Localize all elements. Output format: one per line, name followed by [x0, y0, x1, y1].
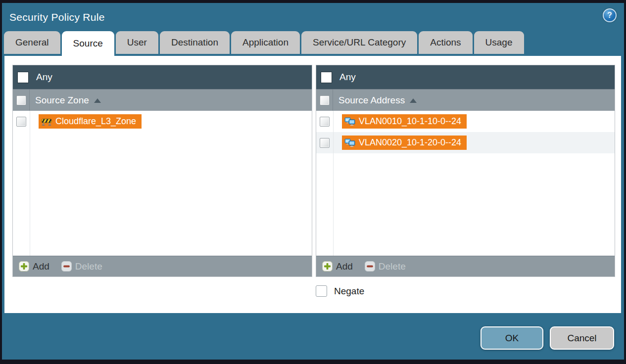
row-checkbox[interactable] [320, 138, 330, 148]
zone-chip[interactable]: Cloudflare_L3_Zone [39, 114, 142, 129]
source-address-column-label: Source Address [338, 95, 405, 106]
tab-user[interactable]: User [116, 31, 158, 54]
dialog-title: Security Policy Rule [9, 11, 105, 23]
add-button[interactable]: Add [322, 261, 353, 272]
tab-usage[interactable]: Usage [474, 31, 524, 54]
zone-icon [41, 117, 52, 126]
negate-label: Negate [334, 286, 364, 297]
negate-row: Negate [316, 285, 621, 297]
tab-usage-label: Usage [485, 37, 513, 48]
address-chip-label: VLAN0020_10-1-20-0--24 [359, 137, 461, 148]
source-zone-any-checkbox[interactable] [17, 72, 29, 83]
sort-ascending-icon [94, 98, 101, 103]
row-checkbox-cell [316, 117, 333, 127]
add-button-label: Add [336, 261, 353, 272]
source-zone-footer: Add Delete [13, 256, 312, 276]
tab-general-label: General [15, 37, 49, 48]
table-row[interactable]: VLAN0020_10-1-20-0--24 [316, 132, 615, 153]
zone-chip-label: Cloudflare_L3_Zone [55, 116, 136, 127]
source-address-column-header[interactable]: Source Address [316, 89, 615, 111]
delete-button-label: Delete [75, 261, 102, 272]
ok-button[interactable]: OK [481, 326, 543, 350]
tab-destination-label: Destination [171, 37, 218, 48]
security-policy-rule-dialog: Security Policy Rule ? General Source Us… [2, 3, 624, 360]
help-icon[interactable]: ? [603, 8, 617, 22]
source-zone-any-header: Any [13, 65, 312, 89]
row-checkbox-cell [316, 138, 333, 148]
row-checkbox-cell [13, 117, 30, 127]
source-zone-column-label: Source Zone [35, 95, 89, 106]
delete-icon [365, 261, 375, 272]
row-checkbox[interactable] [16, 117, 26, 127]
tab-source-label: Source [73, 38, 103, 49]
source-zone-column-header[interactable]: Source Zone [13, 89, 312, 111]
tab-actions-label: Actions [430, 37, 461, 48]
source-zone-list: Cloudflare_L3_Zone [13, 111, 312, 256]
panels: Any Source Zone [12, 65, 621, 277]
tab-service-url-category[interactable]: Service/URL Category [301, 31, 417, 54]
ok-button-label: OK [505, 333, 519, 344]
cancel-button[interactable]: Cancel [550, 326, 614, 350]
tab-user-label: User [127, 37, 147, 48]
tab-general[interactable]: General [4, 31, 60, 54]
source-address-any-label: Any [339, 72, 356, 83]
negate-checkbox[interactable] [316, 285, 327, 297]
tab-application-label: Application [242, 37, 289, 48]
delete-button[interactable]: Delete [61, 261, 102, 272]
row-checkbox[interactable] [320, 117, 330, 127]
tab-application[interactable]: Application [231, 31, 300, 54]
table-row[interactable]: VLAN0010_10-1-10-0--24 [316, 111, 615, 132]
address-chip[interactable]: VLAN0020_10-1-20-0--24 [342, 136, 467, 150]
address-icon [344, 117, 355, 126]
source-address-select-all-cell [316, 90, 333, 111]
source-address-panel: Any Source Address [316, 65, 615, 277]
tab-bar: General Source User Destination Applicat… [2, 31, 624, 56]
delete-button[interactable]: Delete [365, 261, 406, 272]
sort-ascending-icon [410, 98, 417, 103]
source-address-footer: Add Delete [316, 256, 615, 276]
source-zone-select-all-cell [13, 90, 30, 111]
tab-source[interactable]: Source [62, 31, 114, 56]
delete-icon [61, 261, 72, 272]
help-glyph: ? [607, 11, 612, 20]
address-chip[interactable]: VLAN0010_10-1-10-0--24 [342, 114, 467, 129]
source-zone-any-label: Any [36, 72, 52, 83]
delete-button-label: Delete [379, 261, 406, 272]
source-address-any-header: Any [316, 65, 615, 89]
tab-destination[interactable]: Destination [160, 31, 230, 54]
source-tab-content: Any Source Zone [4, 56, 621, 313]
address-chip-label: VLAN0010_10-1-10-0--24 [359, 116, 461, 127]
tab-actions[interactable]: Actions [419, 31, 472, 54]
source-address-list: VLAN0010_10-1-10-0--24 [316, 111, 615, 256]
screen: Security Policy Rule ? General Source Us… [0, 0, 626, 364]
source-zone-panel: Any Source Zone [12, 65, 312, 277]
add-button-label: Add [33, 261, 49, 272]
table-row[interactable]: Cloudflare_L3_Zone [13, 111, 312, 132]
cancel-button-label: Cancel [567, 333, 596, 344]
address-icon [344, 138, 355, 147]
add-icon [322, 261, 333, 272]
add-button[interactable]: Add [19, 261, 49, 272]
dialog-footer: OK Cancel [2, 313, 624, 360]
source-zone-select-all-checkbox[interactable] [16, 95, 26, 105]
title-bar: Security Policy Rule ? [2, 3, 624, 31]
source-address-any-checkbox[interactable] [321, 72, 332, 83]
tab-service-url-category-label: Service/URL Category [313, 37, 406, 48]
add-icon [19, 261, 29, 272]
source-address-select-all-checkbox[interactable] [320, 95, 330, 105]
